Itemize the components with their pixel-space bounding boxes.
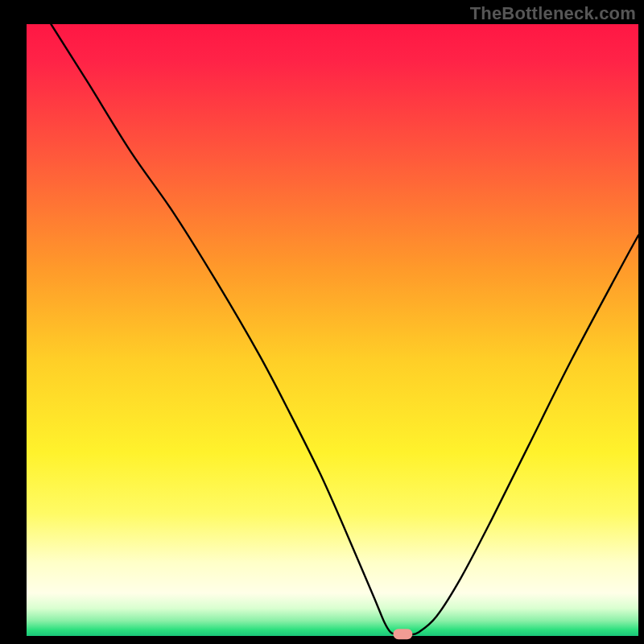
watermark-text: TheBottleneck.com (470, 3, 636, 24)
bottleneck-chart (0, 0, 644, 644)
plot-background (27, 24, 638, 636)
chart-frame: TheBottleneck.com (0, 0, 644, 644)
optimal-marker (393, 629, 412, 639)
